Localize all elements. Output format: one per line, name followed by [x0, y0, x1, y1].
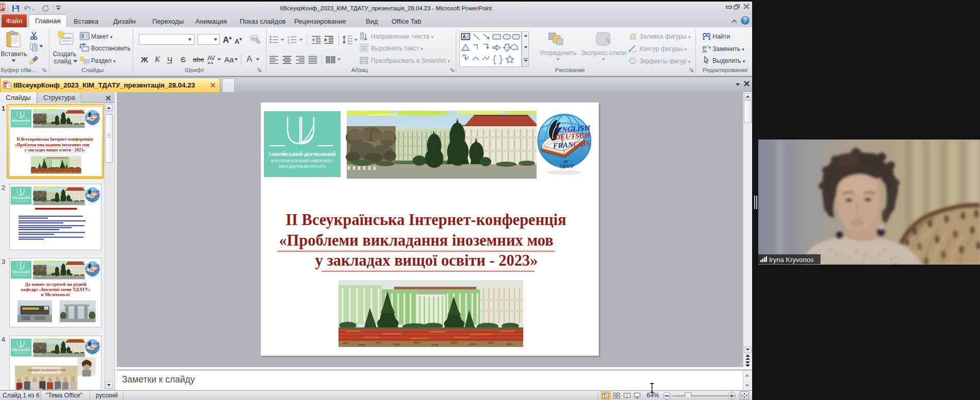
svg-text:КАФЕДРА ІНОЗЕМНИХ МОВ: КАФЕДРА ІНОЗЕМНИХ МОВ [28, 369, 65, 372]
svg-text:До нових зустрічей на рідній: До нових зустрічей на рідній [25, 282, 87, 287]
svg-text:3: 3 [288, 41, 289, 44]
svg-text:кафедрі «Іноземні мови ТДАТУ»: кафедрі «Іноземні мови ТДАТУ» [21, 287, 91, 292]
svg-text:в Мелітополі!: в Мелітополі! [41, 292, 71, 297]
